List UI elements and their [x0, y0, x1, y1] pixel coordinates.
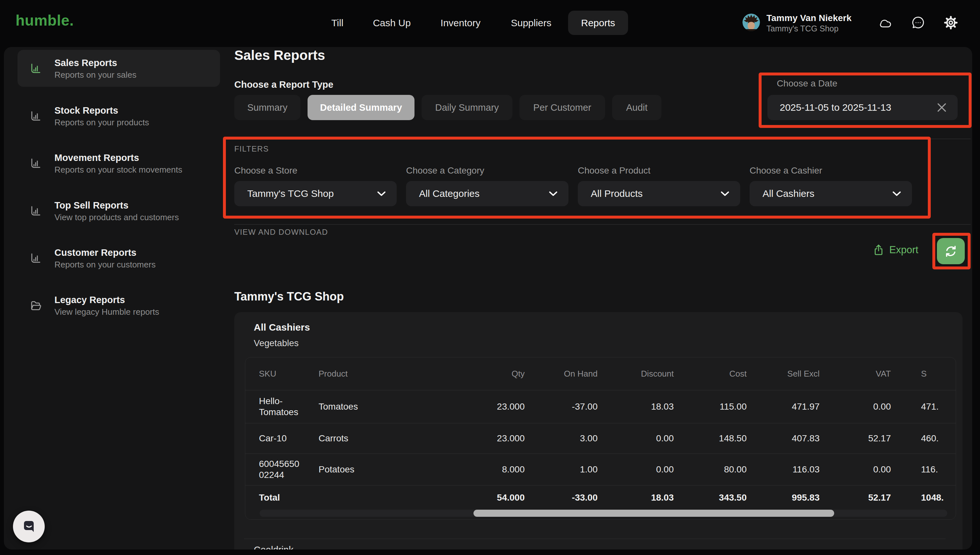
filters-heading: FILTERS: [234, 144, 269, 154]
bar-chart-icon: [29, 205, 42, 217]
tab-cash-up[interactable]: Cash Up: [373, 18, 411, 29]
clear-date-icon[interactable]: [937, 103, 946, 112]
cell-on-hand: 1.00: [525, 464, 598, 475]
refresh-button[interactable]: [937, 238, 965, 264]
bar-chart-icon: [29, 252, 42, 264]
tab-inventory[interactable]: Inventory: [441, 18, 480, 29]
sidebar-item-desc: View legacy Humble reports: [55, 307, 159, 317]
sidebar-item-desc: Reports on your products: [55, 117, 149, 127]
cell-sell-incl: 1048.: [891, 492, 956, 503]
col-sell-excl: Sell Excl: [747, 368, 819, 379]
store-select-value: Tammy's TCG Shop: [247, 188, 334, 199]
category-select[interactable]: All Categories: [406, 181, 568, 206]
col-cost: Cost: [674, 368, 747, 379]
sidebar-item-customer-reports[interactable]: Customer Reports Reports on your custome…: [18, 240, 220, 276]
cell-product: Potatoes: [319, 464, 425, 475]
cell-on-hand: -37.00: [525, 401, 598, 412]
date-label: Choose a Date: [777, 79, 837, 89]
cell-qty: 54.000: [425, 492, 525, 503]
product-select[interactable]: All Products: [578, 181, 740, 206]
tab-till[interactable]: Till: [331, 18, 343, 29]
report-type-pills: Summary Detailed Summary Daily Summary P…: [234, 95, 661, 120]
chevron-down-icon: [893, 191, 901, 196]
cell-sell-excl: 116.03: [747, 464, 819, 475]
section-divider: [234, 224, 970, 225]
next-category-title: Cooldrink: [254, 545, 294, 550]
brand-logo[interactable]: humble.: [16, 12, 74, 29]
sidebar-item-desc: Reports on your stock movements: [55, 165, 182, 175]
sidebar-item-top-sell-reports[interactable]: Top Sell Reports View top products and c…: [18, 192, 220, 229]
bar-chart-icon: [29, 110, 42, 122]
table-row[interactable]: 6004565002244 Potatoes 8.000 1.00 0.00 8…: [245, 453, 956, 485]
avatar[interactable]: [742, 14, 760, 31]
sidebar-item-sales-reports[interactable]: Sales Reports Reports on your sales: [18, 50, 220, 87]
export-button[interactable]: Export: [873, 244, 919, 256]
chat-bubble-icon: [20, 517, 38, 536]
pill-daily-summary[interactable]: Daily Summary: [422, 95, 512, 120]
horizontal-scrollbar-thumb[interactable]: [473, 510, 834, 517]
cell-total-label: Total: [245, 492, 319, 503]
store-filter-label: Choose a Store: [234, 165, 298, 176]
pill-per-customer[interactable]: Per Customer: [520, 95, 605, 120]
cell-sku: Car-10: [245, 433, 319, 444]
tab-suppliers[interactable]: Suppliers: [511, 18, 551, 29]
sidebar-item-title: Stock Reports: [55, 105, 149, 116]
table-total-row: Total 54.000 -33.00 18.03 343.50 995.83 …: [245, 485, 956, 510]
tab-reports[interactable]: Reports: [568, 11, 628, 35]
cell-sell-incl: 116.: [891, 464, 956, 475]
bar-chart-icon: [29, 157, 42, 169]
cell-sell-incl: 471.: [891, 401, 956, 412]
cell-sku: Hello-Tomatoes: [245, 396, 319, 418]
sidebar-item-legacy-reports[interactable]: Legacy Reports View legacy Humble report…: [18, 287, 220, 324]
sidebar-item-title: Top Sell Reports: [55, 200, 179, 211]
gear-icon[interactable]: [943, 15, 958, 30]
col-discount: Discount: [598, 368, 674, 379]
bar-chart-icon: [29, 63, 42, 74]
col-qty: Qty: [425, 368, 525, 379]
cell-vat: 52.17: [819, 492, 891, 503]
cashier-select[interactable]: All Cashiers: [750, 181, 912, 206]
pill-detailed-summary[interactable]: Detailed Summary: [307, 95, 415, 120]
date-range-value: 2025-11-05 to 2025-11-13: [780, 102, 891, 113]
cell-discount: 0.00: [598, 433, 674, 444]
report-table: SKU Product Qty On Hand Discount Cost Se…: [245, 357, 956, 520]
sidebar-item-title: Sales Reports: [55, 57, 137, 68]
store-select[interactable]: Tammy's TCG Shop: [234, 181, 397, 206]
table-row[interactable]: Car-10 Carrots 23.000 3.00 0.00 148.50 4…: [245, 423, 956, 453]
table-row[interactable]: Hello-Tomatoes Tomatoes 23.000 -37.00 18…: [245, 390, 956, 423]
export-label: Export: [889, 244, 919, 256]
cell-cost: 115.00: [674, 401, 747, 412]
cashier-filter-label: Choose a Cashier: [750, 165, 822, 176]
category-title: Vegetables: [254, 338, 299, 348]
cell-cost: 343.50: [674, 492, 747, 503]
chat-icon[interactable]: [911, 15, 925, 30]
refresh-icon: [944, 244, 958, 258]
cell-sell-incl: 460.: [891, 433, 956, 444]
product-select-value: All Products: [591, 188, 643, 199]
sidebar-item-title: Customer Reports: [55, 247, 156, 258]
chevron-down-icon: [721, 191, 729, 196]
cloud-icon[interactable]: [878, 15, 893, 30]
export-icon: [873, 244, 884, 256]
sidebar-item-desc: View top products and customers: [55, 212, 179, 222]
chat-launcher-button[interactable]: [13, 511, 45, 542]
report-store-title: Tammy's TCG Shop: [234, 290, 344, 303]
sidebar-item-movement-reports[interactable]: Movement Reports Reports on your stock m…: [18, 145, 220, 182]
sidebar-item-stock-reports[interactable]: Stock Reports Reports on your products: [18, 98, 220, 135]
cell-sell-excl: 407.83: [747, 433, 819, 444]
pill-summary[interactable]: Summary: [234, 95, 301, 120]
cashier-group-title: All Cashiers: [254, 322, 310, 333]
table-header-row: SKU Product Qty On Hand Discount Cost Se…: [245, 358, 956, 390]
folder-open-icon: [29, 300, 42, 311]
cell-discount: 18.03: [598, 401, 674, 412]
date-range-input[interactable]: 2025-11-05 to 2025-11-13: [768, 95, 957, 120]
cell-cost: 80.00: [674, 464, 747, 475]
sidebar-item-desc: Reports on your customers: [55, 260, 156, 269]
pill-audit[interactable]: Audit: [612, 95, 661, 120]
cell-on-hand: -33.00: [525, 492, 598, 503]
view-download-heading: VIEW AND DOWNLOAD: [234, 228, 328, 237]
user-name: Tammy Van Niekerk: [766, 13, 852, 23]
cashier-select-value: All Cashiers: [763, 188, 814, 199]
sidebar-item-title: Movement Reports: [55, 152, 182, 163]
report-card: All Cashiers Vegetables SKU Product Qty …: [234, 312, 962, 550]
